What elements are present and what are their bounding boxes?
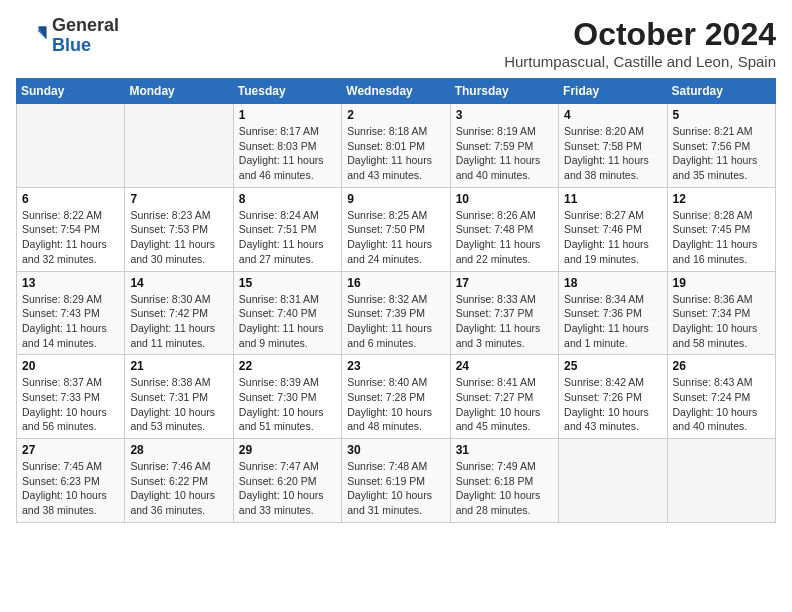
calendar-cell [17,104,125,188]
title-block: October 2024 Hurtumpascual, Castille and… [504,16,776,70]
day-detail: Sunrise: 8:27 AM Sunset: 7:46 PM Dayligh… [564,208,661,267]
logo-icon [16,20,48,52]
svg-marker-1 [38,26,46,39]
calendar-cell: 5Sunrise: 8:21 AM Sunset: 7:56 PM Daylig… [667,104,775,188]
day-number: 10 [456,192,553,206]
day-detail: Sunrise: 8:31 AM Sunset: 7:40 PM Dayligh… [239,292,336,351]
calendar-cell: 19Sunrise: 8:36 AM Sunset: 7:34 PM Dayli… [667,271,775,355]
day-number: 16 [347,276,444,290]
day-detail: Sunrise: 7:45 AM Sunset: 6:23 PM Dayligh… [22,459,119,518]
calendar-week-row: 20Sunrise: 8:37 AM Sunset: 7:33 PM Dayli… [17,355,776,439]
calendar-cell [667,439,775,523]
calendar-week-row: 6Sunrise: 8:22 AM Sunset: 7:54 PM Daylig… [17,187,776,271]
day-number: 2 [347,108,444,122]
day-number: 26 [673,359,770,373]
day-number: 19 [673,276,770,290]
day-detail: Sunrise: 7:49 AM Sunset: 6:18 PM Dayligh… [456,459,553,518]
day-number: 18 [564,276,661,290]
calendar-cell: 11Sunrise: 8:27 AM Sunset: 7:46 PM Dayli… [559,187,667,271]
day-detail: Sunrise: 7:47 AM Sunset: 6:20 PM Dayligh… [239,459,336,518]
day-detail: Sunrise: 8:20 AM Sunset: 7:58 PM Dayligh… [564,124,661,183]
day-detail: Sunrise: 8:18 AM Sunset: 8:01 PM Dayligh… [347,124,444,183]
weekday-header: Friday [559,79,667,104]
calendar-cell: 30Sunrise: 7:48 AM Sunset: 6:19 PM Dayli… [342,439,450,523]
weekday-header: Sunday [17,79,125,104]
calendar-cell: 31Sunrise: 7:49 AM Sunset: 6:18 PM Dayli… [450,439,558,523]
day-detail: Sunrise: 8:22 AM Sunset: 7:54 PM Dayligh… [22,208,119,267]
calendar-cell: 1Sunrise: 8:17 AM Sunset: 8:03 PM Daylig… [233,104,341,188]
day-number: 4 [564,108,661,122]
day-detail: Sunrise: 8:28 AM Sunset: 7:45 PM Dayligh… [673,208,770,267]
calendar-week-row: 13Sunrise: 8:29 AM Sunset: 7:43 PM Dayli… [17,271,776,355]
calendar-cell: 12Sunrise: 8:28 AM Sunset: 7:45 PM Dayli… [667,187,775,271]
calendar-cell: 25Sunrise: 8:42 AM Sunset: 7:26 PM Dayli… [559,355,667,439]
day-number: 30 [347,443,444,457]
calendar-cell: 16Sunrise: 8:32 AM Sunset: 7:39 PM Dayli… [342,271,450,355]
weekday-row: SundayMondayTuesdayWednesdayThursdayFrid… [17,79,776,104]
calendar-cell: 15Sunrise: 8:31 AM Sunset: 7:40 PM Dayli… [233,271,341,355]
calendar-cell: 9Sunrise: 8:25 AM Sunset: 7:50 PM Daylig… [342,187,450,271]
day-detail: Sunrise: 8:42 AM Sunset: 7:26 PM Dayligh… [564,375,661,434]
calendar-cell: 4Sunrise: 8:20 AM Sunset: 7:58 PM Daylig… [559,104,667,188]
day-number: 28 [130,443,227,457]
calendar-cell: 27Sunrise: 7:45 AM Sunset: 6:23 PM Dayli… [17,439,125,523]
day-number: 5 [673,108,770,122]
calendar-cell: 29Sunrise: 7:47 AM Sunset: 6:20 PM Dayli… [233,439,341,523]
day-number: 3 [456,108,553,122]
day-detail: Sunrise: 8:43 AM Sunset: 7:24 PM Dayligh… [673,375,770,434]
day-number: 7 [130,192,227,206]
day-detail: Sunrise: 8:39 AM Sunset: 7:30 PM Dayligh… [239,375,336,434]
calendar-header: SundayMondayTuesdayWednesdayThursdayFrid… [17,79,776,104]
day-number: 22 [239,359,336,373]
calendar-cell: 8Sunrise: 8:24 AM Sunset: 7:51 PM Daylig… [233,187,341,271]
day-number: 27 [22,443,119,457]
calendar-cell: 22Sunrise: 8:39 AM Sunset: 7:30 PM Dayli… [233,355,341,439]
day-number: 29 [239,443,336,457]
day-detail: Sunrise: 8:40 AM Sunset: 7:28 PM Dayligh… [347,375,444,434]
day-detail: Sunrise: 8:21 AM Sunset: 7:56 PM Dayligh… [673,124,770,183]
calendar-cell: 28Sunrise: 7:46 AM Sunset: 6:22 PM Dayli… [125,439,233,523]
calendar-cell: 24Sunrise: 8:41 AM Sunset: 7:27 PM Dayli… [450,355,558,439]
day-number: 12 [673,192,770,206]
weekday-header: Tuesday [233,79,341,104]
day-detail: Sunrise: 8:26 AM Sunset: 7:48 PM Dayligh… [456,208,553,267]
day-number: 9 [347,192,444,206]
day-number: 1 [239,108,336,122]
day-number: 14 [130,276,227,290]
day-detail: Sunrise: 8:24 AM Sunset: 7:51 PM Dayligh… [239,208,336,267]
day-detail: Sunrise: 8:34 AM Sunset: 7:36 PM Dayligh… [564,292,661,351]
day-detail: Sunrise: 8:41 AM Sunset: 7:27 PM Dayligh… [456,375,553,434]
calendar-cell: 21Sunrise: 8:38 AM Sunset: 7:31 PM Dayli… [125,355,233,439]
weekday-header: Wednesday [342,79,450,104]
calendar-cell [559,439,667,523]
calendar-table: SundayMondayTuesdayWednesdayThursdayFrid… [16,78,776,523]
page-title: October 2024 [504,16,776,53]
weekday-header: Thursday [450,79,558,104]
calendar-cell: 7Sunrise: 8:23 AM Sunset: 7:53 PM Daylig… [125,187,233,271]
day-detail: Sunrise: 8:30 AM Sunset: 7:42 PM Dayligh… [130,292,227,351]
day-detail: Sunrise: 8:38 AM Sunset: 7:31 PM Dayligh… [130,375,227,434]
day-number: 23 [347,359,444,373]
day-number: 15 [239,276,336,290]
day-number: 8 [239,192,336,206]
day-number: 21 [130,359,227,373]
day-detail: Sunrise: 8:37 AM Sunset: 7:33 PM Dayligh… [22,375,119,434]
calendar-cell: 3Sunrise: 8:19 AM Sunset: 7:59 PM Daylig… [450,104,558,188]
day-detail: Sunrise: 8:17 AM Sunset: 8:03 PM Dayligh… [239,124,336,183]
page-subtitle: Hurtumpascual, Castille and Leon, Spain [504,53,776,70]
day-detail: Sunrise: 8:36 AM Sunset: 7:34 PM Dayligh… [673,292,770,351]
day-number: 20 [22,359,119,373]
calendar-cell: 26Sunrise: 8:43 AM Sunset: 7:24 PM Dayli… [667,355,775,439]
calendar-cell: 17Sunrise: 8:33 AM Sunset: 7:37 PM Dayli… [450,271,558,355]
day-detail: Sunrise: 8:33 AM Sunset: 7:37 PM Dayligh… [456,292,553,351]
weekday-header: Saturday [667,79,775,104]
day-detail: Sunrise: 7:46 AM Sunset: 6:22 PM Dayligh… [130,459,227,518]
day-detail: Sunrise: 7:48 AM Sunset: 6:19 PM Dayligh… [347,459,444,518]
day-number: 24 [456,359,553,373]
day-number: 17 [456,276,553,290]
calendar-cell [125,104,233,188]
day-number: 6 [22,192,119,206]
day-detail: Sunrise: 8:32 AM Sunset: 7:39 PM Dayligh… [347,292,444,351]
calendar-cell: 14Sunrise: 8:30 AM Sunset: 7:42 PM Dayli… [125,271,233,355]
calendar-week-row: 27Sunrise: 7:45 AM Sunset: 6:23 PM Dayli… [17,439,776,523]
